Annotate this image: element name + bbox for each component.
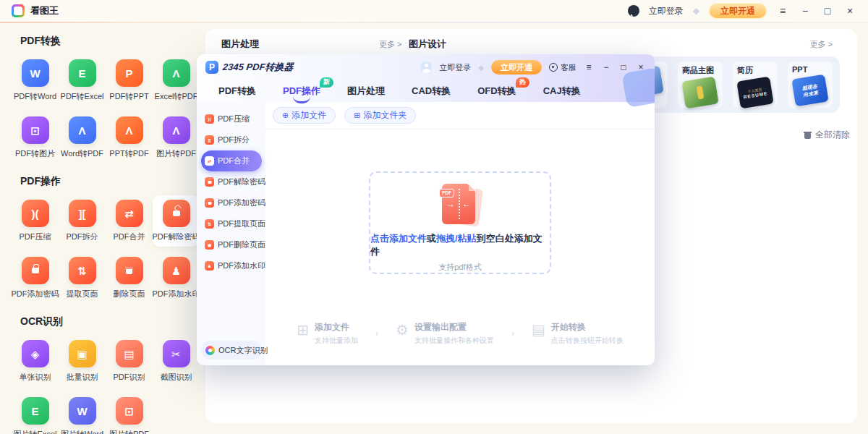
- tool-pdf-ocr[interactable]: ▤ PDF识别: [106, 336, 153, 387]
- app-logo-icon: [12, 4, 25, 17]
- tool-pdf-split[interactable]: ][ PDF拆分: [59, 195, 106, 247]
- clear-all-button[interactable]: 全部清除: [804, 129, 850, 141]
- avatar-icon[interactable]: [420, 61, 432, 73]
- dialog-toolbar: ⊕ 添加文件 ⊞ 添加文件夹: [265, 102, 655, 129]
- sidebar-item-pdf-compress[interactable]: )( PDF压缩: [201, 109, 262, 129]
- tool-pdf-add-watermark[interactable]: ♟ PDF添加水印: [153, 252, 200, 304]
- compress-icon: )(: [205, 114, 214, 124]
- pdf-document-icon: PDF → ←: [442, 184, 475, 224]
- add-folder-button[interactable]: ⊞ 添加文件夹: [344, 107, 416, 124]
- support-button[interactable]: 客服: [549, 62, 576, 73]
- dialog-content: ⊕ 添加文件 ⊞ 添加文件夹 PDF → ←: [265, 102, 655, 365]
- menu-icon[interactable]: ≡: [584, 63, 594, 72]
- close-button[interactable]: ×: [636, 63, 646, 72]
- dropzone-format-hint: 支持pdf格式: [438, 262, 481, 273]
- minimize-button[interactable]: −: [601, 63, 611, 72]
- close-button[interactable]: ×: [843, 6, 856, 16]
- dropzone-instruction: 点击添加文件或拖拽/粘贴到空白处添加文件: [370, 232, 550, 258]
- pdf-merge-illustration: PDF → ←: [438, 184, 482, 224]
- pdf-to-word-icon: W: [22, 59, 49, 87]
- pdf-merge-icon: ⇄: [116, 200, 143, 227]
- sidebar-item-pdf-add-password[interactable]: PDF添加密码: [201, 192, 262, 213]
- login-link[interactable]: 立即登录: [439, 62, 471, 73]
- gem-icon[interactable]: ◆: [693, 6, 699, 16]
- maximize-button[interactable]: □: [618, 63, 629, 72]
- chevron-right-icon: ›: [511, 328, 514, 339]
- chevron-right-icon: ›: [375, 328, 378, 339]
- dialog-logo-icon: P: [205, 61, 218, 74]
- sidebar-item-pdf-split[interactable]: ][ PDF拆分: [201, 129, 262, 150]
- dialog-tab-bar: PDF转换 PDF操作新 图片处理 CAD转换 OFD转换热 CAJ转换: [197, 80, 655, 102]
- more-link-image-processing[interactable]: 更多 >: [379, 39, 401, 50]
- avatar-icon[interactable]: [628, 5, 639, 17]
- lock-icon: [205, 198, 214, 208]
- more-link-image-design[interactable]: 更多 >: [810, 39, 833, 50]
- tab-pdf-ops[interactable]: PDF操作新: [283, 85, 320, 98]
- sidebar-item-pdf-delete-pages[interactable]: PDF删除页面: [201, 234, 262, 255]
- tab-caj-convert[interactable]: CAJ转换: [543, 85, 581, 98]
- tool-image-to-word[interactable]: W 图片转Word: [59, 393, 106, 434]
- plus-circle-icon: ⊕: [282, 111, 289, 119]
- file-plus-icon: ⊞: [297, 323, 309, 346]
- tool-word-to-pdf[interactable]: Λ Word转PDF: [59, 112, 106, 163]
- tab-pdf-convert[interactable]: PDF转换: [218, 85, 256, 98]
- workflow-steps: ⊞ 添加文件 支持批量添加 › ⚙ 设置输出配置 支持批量操作和各种设置 ›: [265, 321, 655, 346]
- tool-pdf-remove-password[interactable]: PDF解除密码: [153, 195, 200, 247]
- tool-single-ocr[interactable]: ◈ 单张识别: [12, 336, 59, 387]
- add-file-button[interactable]: ⊕ 添加文件: [273, 107, 336, 124]
- file-dropzone[interactable]: PDF → ← 点击添加文件或拖拽/粘贴到空白处添加文件 支持pdf格式: [369, 171, 551, 274]
- minimize-button[interactable]: −: [799, 6, 812, 16]
- tool-batch-ocr[interactable]: ▣ 批量识别: [59, 336, 106, 387]
- single-ocr-icon: ◈: [22, 340, 49, 367]
- design-card-product[interactable]: 商品主图: [678, 61, 723, 108]
- sidebar-item-pdf-remove-password[interactable]: PDF解除密码: [201, 171, 262, 192]
- extract-pages-icon: ⇅: [205, 219, 214, 229]
- batch-ocr-icon: ▣: [69, 340, 96, 367]
- tool-delete-pages[interactable]: 删除页面: [106, 252, 153, 304]
- tool-pdf-to-word[interactable]: W PDF转Word: [12, 55, 59, 106]
- menu-icon[interactable]: ≡: [776, 6, 789, 16]
- sidebar-item-pdf-add-watermark[interactable]: ♟ PDF添加水印: [201, 255, 262, 276]
- step-add-file: ⊞ 添加文件 支持批量添加: [297, 321, 358, 346]
- tool-pdf-to-image[interactable]: ⊡ PDF转图片: [12, 112, 59, 163]
- pdf-to-ppt-icon: P: [116, 59, 143, 87]
- tool-pdf-add-password[interactable]: PDF添加密码: [12, 252, 59, 304]
- tool-pdf-compress[interactable]: )( PDF压缩: [12, 195, 59, 247]
- tab-cad-convert[interactable]: CAD转换: [412, 85, 451, 98]
- upgrade-button[interactable]: 立即开通: [491, 60, 542, 75]
- tab-ofd-convert[interactable]: OFD转换热: [477, 85, 516, 98]
- tool-image-to-pdf-ocr[interactable]: ⊡ 图片转PDF: [106, 393, 153, 434]
- tool-excel-to-pdf[interactable]: Λ Excel转PDF: [153, 55, 200, 106]
- trash-icon: [126, 267, 132, 274]
- sidebar-item-pdf-merge[interactable]: ⇄ PDF合并: [201, 150, 262, 171]
- merge-icon: ⇄: [205, 156, 214, 166]
- image-to-excel-icon: E: [22, 397, 49, 425]
- sidebar-item-pdf-extract-pages[interactable]: ⇅ PDF提取页面: [201, 213, 262, 234]
- app-titlebar: 看图王 立即登录 ◆ 立即开通 ≡ − □ ×: [0, 0, 868, 22]
- sidebar-item-ocr-text[interactable]: OCR文字识别: [201, 341, 262, 359]
- tool-ppt-to-pdf[interactable]: Λ PPT转PDF: [106, 112, 153, 163]
- tool-screenshot-ocr[interactable]: ✂ 截图识别: [153, 336, 200, 387]
- upgrade-button[interactable]: 立即开通: [709, 3, 767, 19]
- left-tool-panel: PDF转换 W PDF转Word E PDF转Excel P PDF转PPT Λ…: [0, 23, 205, 434]
- section-title-ocr: OCR识别: [12, 315, 205, 328]
- tab-image-processing[interactable]: 图片处理: [347, 85, 385, 98]
- design-card-ppt[interactable]: PPT 就现在 向未来: [788, 61, 833, 108]
- tool-image-to-excel[interactable]: E 图片转Excel: [12, 393, 59, 434]
- pdf-convert-grid: W PDF转Word E PDF转Excel P PDF转PPT Λ Excel…: [12, 55, 205, 163]
- step-configure-output: ⚙ 设置输出配置 支持批量操作和各种设置: [396, 321, 494, 346]
- tool-image-to-pdf[interactable]: Λ 图片转PDF: [153, 112, 200, 163]
- pdf-add-watermark-icon: ♟: [163, 257, 190, 284]
- gem-icon[interactable]: ◆: [478, 64, 484, 72]
- tool-pdf-merge[interactable]: ⇄ PDF合并: [106, 195, 153, 247]
- login-link[interactable]: 立即登录: [649, 5, 684, 17]
- design-card-resume[interactable]: 简历 个人简历 RESUME: [733, 61, 778, 108]
- pdf-to-image-icon: ⊡: [22, 116, 49, 144]
- headset-icon: [549, 63, 558, 72]
- tool-extract-pages[interactable]: ⇅ 提取页面: [59, 252, 106, 304]
- delete-pages-icon: [116, 257, 143, 284]
- tool-pdf-to-ppt[interactable]: P PDF转PPT: [106, 55, 153, 106]
- step-start-convert: ▤ 开始转换 点击转换按钮开始转换: [532, 321, 624, 346]
- tool-pdf-to-excel[interactable]: E PDF转Excel: [59, 55, 106, 106]
- maximize-button[interactable]: □: [821, 6, 834, 16]
